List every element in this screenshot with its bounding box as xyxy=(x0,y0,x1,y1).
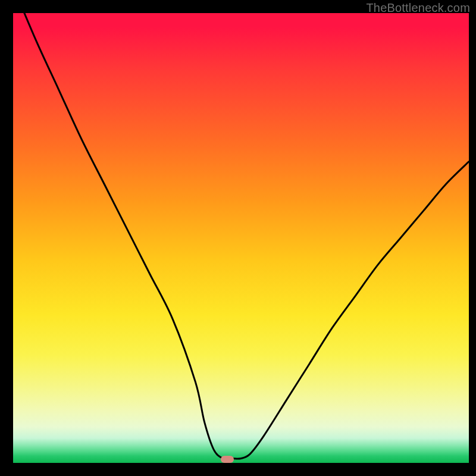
chart-container: TheBottleneck.com xyxy=(0,0,476,476)
optimal-point-marker xyxy=(221,456,234,463)
gradient-background xyxy=(13,13,469,463)
plot-area xyxy=(13,13,469,463)
